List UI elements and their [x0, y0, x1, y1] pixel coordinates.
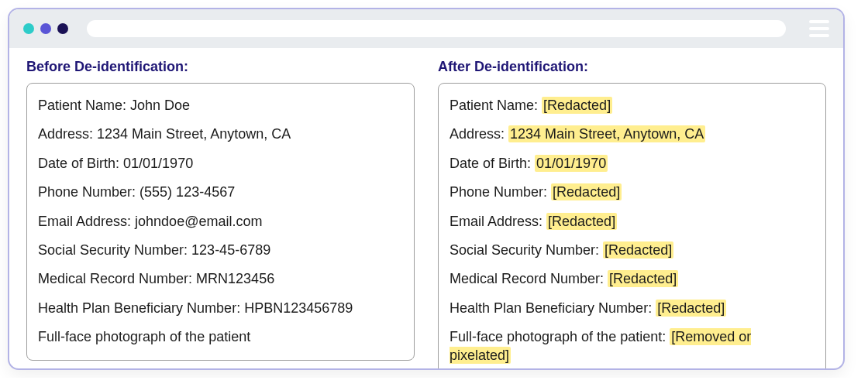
after-field-line: Medical Record Number: [Redacted] — [450, 265, 815, 293]
field-separator: : — [527, 156, 535, 171]
before-heading: Before De-identification: — [26, 59, 415, 75]
field-separator: : — [534, 98, 542, 113]
field-value: 123-45-6789 — [191, 242, 270, 258]
field-separator: : — [501, 126, 508, 142]
content: Before De-identification: Patient Name: … — [9, 48, 843, 370]
before-field-line: Phone Number: (555) 123-4567 — [38, 178, 403, 207]
field-separator: : — [539, 214, 546, 229]
field-label: Phone Number — [450, 184, 543, 200]
field-separator: : — [184, 242, 191, 258]
field-label: Address — [450, 126, 501, 142]
field-value: HPBN123456789 — [244, 300, 353, 316]
field-label: Medical Record Number — [38, 271, 188, 286]
field-label: Full-face photograph of the patient — [38, 329, 250, 344]
after-box: Patient Name: [Redacted]Address: 1234 Ma… — [438, 83, 826, 370]
field-separator: : — [543, 184, 551, 200]
before-field-line: Social Security Number: 123-45-6789 — [38, 236, 403, 265]
field-separator: : — [127, 214, 135, 229]
field-value: [Redacted] — [551, 183, 622, 200]
url-bar[interactable] — [87, 20, 786, 37]
field-separator: : — [115, 156, 123, 171]
after-column: After De-identification: Patient Name: [… — [438, 59, 826, 370]
field-value: 1234 Main Street, Anytown, CA — [508, 125, 705, 142]
hamburger-menu-icon[interactable] — [809, 20, 829, 37]
after-field-line: Phone Number: [Redacted] — [450, 178, 815, 207]
before-box: Patient Name: John DoeAddress: 1234 Main… — [26, 83, 415, 361]
before-field-line: Address: 1234 Main Street, Anytown, CA — [38, 120, 403, 149]
window-dot-2[interactable] — [40, 23, 51, 34]
after-field-line: Patient Name: [Redacted] — [450, 91, 815, 120]
field-label: Health Plan Beneficiary Number — [450, 300, 648, 316]
field-value: John Doe — [130, 98, 190, 113]
field-label: Date of Birth — [450, 156, 527, 171]
field-label: Date of Birth — [38, 156, 115, 171]
field-value: [Redacted] — [542, 97, 612, 114]
field-label: Email Address — [450, 214, 539, 229]
field-separator: : — [600, 271, 608, 286]
before-field-line: Full-face photograph of the patient — [38, 323, 403, 351]
titlebar — [9, 9, 843, 48]
field-separator: : — [188, 271, 196, 286]
before-field-line: Email Address: johndoe@email.com — [38, 207, 403, 236]
field-separator: : — [132, 184, 140, 200]
before-field-line: Medical Record Number: MRN123456 — [38, 265, 403, 293]
field-separator: : — [662, 329, 670, 344]
field-label: Phone Number — [38, 184, 132, 200]
field-separator: : — [595, 242, 603, 258]
field-separator: : — [89, 126, 97, 142]
field-value: [Redacted] — [603, 241, 673, 259]
before-field-line: Patient Name: John Doe — [38, 91, 403, 120]
field-label: Patient Name — [38, 98, 122, 113]
field-value: [Redacted] — [608, 270, 678, 287]
field-value: MRN123456 — [196, 271, 274, 286]
field-label: Social Security Number — [38, 242, 184, 258]
after-field-line: Social Security Number: [Redacted] — [450, 236, 815, 265]
field-label: Address — [38, 126, 89, 142]
field-label: Email Address — [38, 214, 127, 229]
field-label: Patient Name — [450, 98, 534, 113]
after-field-line: Health Plan Beneficiary Number: [Redacte… — [450, 294, 815, 323]
field-label: Medical Record Number — [450, 271, 600, 286]
before-field-line: Health Plan Beneficiary Number: HPBN1234… — [38, 294, 403, 323]
field-value: 1234 Main Street, Anytown, CA — [97, 126, 291, 142]
after-field-line: Email Address: [Redacted] — [450, 207, 815, 236]
after-field-line: Address: 1234 Main Street, Anytown, CA — [450, 120, 815, 149]
field-value: [Redacted] — [546, 213, 617, 230]
before-column: Before De-identification: Patient Name: … — [26, 59, 415, 370]
after-heading: After De-identification: — [438, 59, 826, 75]
traffic-lights — [23, 23, 68, 34]
field-value: johndoe@email.com — [135, 214, 262, 229]
field-label: Health Plan Beneficiary Number — [38, 300, 236, 316]
field-label: Full-face photograph of the patient — [450, 329, 662, 344]
before-field-line: Date of Birth: 01/01/1970 — [38, 149, 403, 178]
field-value: (555) 123-4567 — [140, 184, 235, 200]
window-dot-1[interactable] — [23, 23, 34, 34]
field-separator: : — [236, 300, 244, 316]
field-value: [Redacted] — [656, 300, 726, 317]
window-dot-3[interactable] — [57, 23, 68, 34]
field-value: 01/01/1970 — [123, 156, 193, 171]
field-separator: : — [648, 300, 656, 316]
field-separator: : — [122, 98, 130, 113]
after-field-line: Full-face photograph of the patient: [Re… — [450, 323, 815, 370]
field-value: 01/01/1970 — [535, 155, 608, 172]
field-label: Social Security Number — [450, 242, 595, 258]
browser-window: Before De-identification: Patient Name: … — [8, 8, 845, 370]
after-field-line: Date of Birth: 01/01/1970 — [450, 149, 815, 178]
